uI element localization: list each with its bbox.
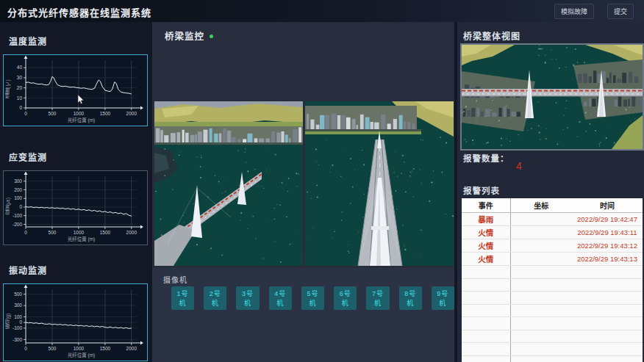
overview-title: 桥梁整体视图	[463, 29, 520, 42]
svg-text:40: 40	[17, 65, 23, 70]
dashboard: 分布式光纤传感器在线监测系统 模拟故障 提交 温度监测 温度(℃) 010203…	[0, 0, 644, 362]
bridge-monitor-title-text: 桥梁监控	[165, 32, 204, 42]
alarm-row-empty	[462, 292, 643, 305]
svg-text:光纤位置 (m): 光纤位置 (m)	[68, 236, 96, 242]
vibration-chart: -300-10001003005000500100015002000光纤位置 (…	[4, 284, 146, 359]
camera-bar-label: 摄像机	[163, 274, 187, 285]
camera-button-1[interactable]: 1号机	[171, 286, 194, 310]
svg-text:100: 100	[14, 314, 22, 319]
svg-text:0: 0	[24, 230, 27, 235]
svg-text:0: 0	[19, 204, 22, 209]
alarm-count-label: 报警数量：	[463, 152, 509, 164]
svg-text:-300: -300	[12, 337, 22, 342]
temperature-chart: 0102030400500100015002000光纤位置 (m)	[4, 55, 146, 124]
strain-chart: -200-10001002003000500100015002000光纤位置 (…	[4, 171, 146, 243]
svg-text:30: 30	[17, 75, 23, 80]
alarm-row[interactable]: 火情2022/9/29 19:43:11	[462, 226, 643, 239]
alarm-count-value: 4	[516, 160, 522, 172]
app-header: 分布式光纤传感器在线监测系统 模拟故障 提交	[0, 0, 644, 22]
alarm-row-empty	[462, 266, 643, 279]
app-title: 分布式光纤传感器在线监测系统	[7, 5, 151, 19]
alarm-table: 事件 坐标 时间 暴雨2022/9/29 19:42:47火情2022/9/29…	[462, 198, 643, 362]
alarm-table-header-row: 事件 坐标 时间	[462, 198, 643, 213]
svg-text:0: 0	[19, 319, 22, 325]
svg-text:2000: 2000	[126, 346, 137, 351]
temperature-section-title: 温度监测	[9, 35, 47, 47]
camera-view-2	[305, 101, 454, 266]
svg-text:1500: 1500	[100, 230, 111, 235]
alarm-row-empty	[462, 330, 643, 343]
camera-buttons: 1号机2号机3号机4号机5号机6号机7号机8号机9号机	[171, 286, 454, 310]
svg-text:1000: 1000	[74, 346, 85, 351]
camera-views	[154, 101, 454, 266]
camera-button-8[interactable]: 8号机	[399, 286, 422, 310]
svg-text:300: 300	[14, 178, 22, 184]
alarm-row-empty	[462, 317, 643, 330]
svg-text:200: 200	[14, 187, 22, 192]
camera-button-9[interactable]: 9号机	[432, 286, 454, 310]
online-status-dot-icon	[210, 35, 213, 38]
strain-chart-panel: 应变(με) -200-1000100200300050010001500200…	[3, 170, 148, 245]
alarm-row-empty	[462, 278, 643, 292]
alarm-col-coord: 坐标	[510, 198, 572, 213]
svg-text:1000: 1000	[74, 111, 85, 116]
alarm-row[interactable]: 火情2022/9/29 19:43:12	[462, 239, 643, 253]
svg-text:10: 10	[17, 95, 23, 101]
camera-button-7[interactable]: 7号机	[366, 286, 389, 310]
svg-text:1500: 1500	[100, 346, 111, 351]
simulate-fault-button[interactable]: 模拟故障	[554, 4, 594, 19]
vibration-section-title: 振动监测	[9, 264, 47, 276]
alarm-row-empty	[462, 355, 643, 362]
svg-text:-100: -100	[12, 213, 22, 218]
bridge-overview-frame	[460, 43, 644, 151]
alarm-col-event: 事件	[462, 198, 510, 213]
svg-text:光纤位置 (m): 光纤位置 (m)	[68, 117, 96, 123]
vibration-chart-panel: 振动(g) -300-10001003005000500100015002000…	[3, 283, 148, 361]
svg-text:-100: -100	[12, 325, 22, 330]
alarm-row-empty	[462, 304, 643, 317]
bridge-overview-image	[462, 45, 643, 149]
temperature-chart-panel: 温度(℃) 0102030400500100015002000光纤位置 (m)	[3, 54, 148, 126]
mouse-cursor-icon	[77, 95, 85, 104]
svg-text:2000: 2000	[126, 230, 137, 235]
bridge-monitor-title: 桥梁监控	[165, 29, 213, 43]
camera-button-5[interactable]: 5号机	[301, 286, 324, 310]
svg-text:20: 20	[17, 85, 23, 90]
svg-text:100: 100	[14, 195, 22, 200]
svg-text:0: 0	[24, 111, 27, 116]
svg-text:500: 500	[49, 346, 57, 351]
svg-text:500: 500	[14, 292, 22, 297]
svg-text:0: 0	[19, 105, 22, 110]
camera-bar: 摄像机 1号机2号机3号机4号机5号机6号机7号机8号机9号机	[152, 268, 454, 362]
alarm-col-time: 时间	[572, 198, 643, 213]
alarm-row-empty	[462, 343, 643, 356]
alarm-list-label: 报警列表	[463, 184, 500, 196]
bridge-monitor-panel: 桥梁监控 摄像机	[152, 22, 454, 362]
svg-text:500: 500	[49, 111, 57, 116]
camera-button-3[interactable]: 3号机	[236, 286, 259, 310]
svg-text:300: 300	[14, 303, 22, 308]
camera-view-1	[154, 101, 303, 266]
alarm-row[interactable]: 暴雨2022/9/29 19:42:47	[462, 213, 643, 226]
header-actions: 模拟故障 提交	[554, 4, 634, 19]
svg-text:光纤位置 (m): 光纤位置 (m)	[68, 352, 96, 358]
svg-text:500: 500	[49, 230, 57, 235]
svg-text:0: 0	[24, 346, 27, 351]
strain-section-title: 应变监测	[9, 151, 47, 163]
overview-alarm-panel: 桥梁整体视图 报警数量： 4 报警列表 事件 坐标 时间 暴雨2022/9/29…	[457, 22, 644, 362]
svg-text:2000: 2000	[126, 111, 137, 116]
svg-text:1500: 1500	[100, 111, 111, 116]
alarm-row[interactable]: 火情2022/9/29 19:43:13	[462, 253, 643, 266]
camera-button-2[interactable]: 2号机	[204, 286, 226, 310]
submit-button[interactable]: 提交	[607, 4, 634, 19]
camera-button-6[interactable]: 6号机	[334, 286, 357, 310]
svg-text:1000: 1000	[74, 230, 85, 235]
camera-button-4[interactable]: 4号机	[269, 286, 292, 310]
svg-text:-200: -200	[12, 222, 22, 227]
